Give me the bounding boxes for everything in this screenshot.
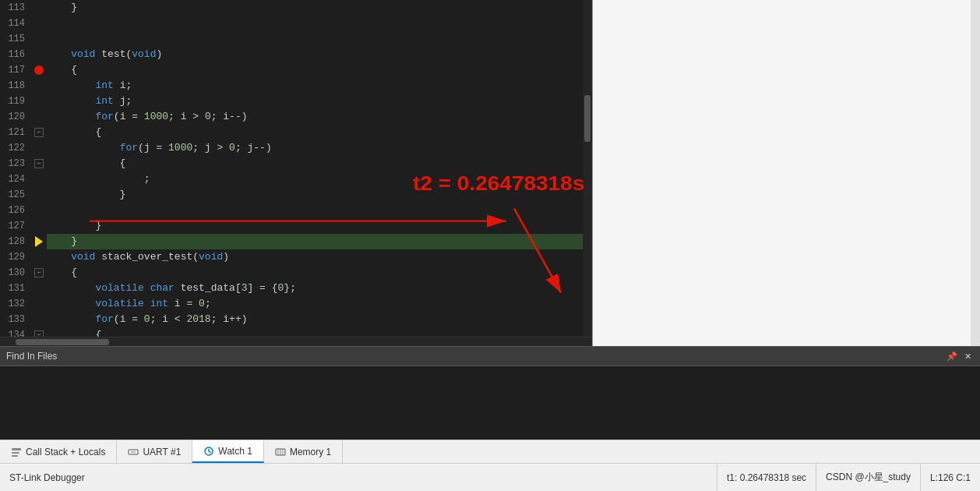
code-line-114: 114 bbox=[0, 16, 592, 31]
gutter-134: − bbox=[31, 330, 47, 337]
code-text-121: { bbox=[47, 125, 592, 140]
code-text-124: ; bbox=[47, 171, 592, 187]
fold-123[interactable]: − bbox=[34, 159, 44, 168]
tab-call-stack-label: Call Stack + Locals bbox=[26, 447, 105, 457]
svg-line-12 bbox=[209, 451, 211, 453]
svg-rect-7 bbox=[12, 455, 18, 457]
code-text-117: { bbox=[47, 62, 592, 78]
code-scrollbar[interactable] bbox=[583, 0, 592, 337]
fold-134[interactable]: − bbox=[34, 330, 44, 337]
line-number-134: 134 bbox=[0, 330, 31, 337]
code-line-121: 121− { bbox=[0, 125, 592, 140]
code-text-127: } bbox=[47, 218, 592, 234]
scrollbar-thumb[interactable] bbox=[584, 95, 590, 142]
code-text-119: int j; bbox=[47, 94, 592, 109]
code-text-122: for(j = 1000; j > 0; j--) bbox=[47, 140, 592, 156]
pin-button[interactable]: 📌 bbox=[946, 350, 958, 362]
code-line-124: 124 ; bbox=[0, 171, 592, 187]
code-line-129: 129 void stack_over_test(void) bbox=[0, 249, 592, 265]
gutter-123: − bbox=[31, 159, 47, 168]
code-line-132: 132 volatile int i = 0; bbox=[0, 296, 592, 312]
memory-icon bbox=[275, 447, 286, 457]
code-text-125: } bbox=[47, 187, 592, 203]
code-line-119: 119 int j; bbox=[0, 94, 592, 109]
line-number-129: 129 bbox=[0, 252, 31, 263]
code-line-133: 133 for(i = 0; i < 2018; i++) bbox=[0, 312, 592, 327]
debug-arrow-128 bbox=[35, 236, 43, 247]
bottom-tabs: Call Stack + Locals UART #1 Watch 1 Memo… bbox=[0, 440, 980, 463]
code-line-131: 131 volatile char test_data[3] = {0}; bbox=[0, 281, 592, 296]
h-scrollbar-thumb[interactable] bbox=[16, 339, 109, 345]
code-text-118: int i; bbox=[47, 78, 592, 94]
status-bar: ST-Link Debugger t1: 0.26478318 sec CSDN… bbox=[0, 463, 980, 491]
gutter-117 bbox=[31, 65, 47, 75]
code-panel: 113 }114115116 void test(void)117 {118 i… bbox=[0, 0, 592, 346]
tab-watch1[interactable]: Watch 1 bbox=[192, 440, 264, 463]
find-panel-header: Find In Files 📌 ✕ bbox=[0, 347, 980, 366]
right-panel-content bbox=[593, 0, 980, 346]
right-v-scrollbar[interactable] bbox=[971, 0, 980, 346]
svg-rect-6 bbox=[12, 452, 19, 454]
line-number-125: 125 bbox=[0, 189, 31, 200]
code-text-116: void test(void) bbox=[47, 47, 592, 62]
status-csdn: CSDN @小星_study bbox=[816, 464, 920, 491]
code-text-132: volatile int i = 0; bbox=[47, 296, 592, 312]
gutter-121: − bbox=[31, 128, 47, 137]
code-text-134: { bbox=[47, 327, 592, 337]
code-text-130: { bbox=[47, 265, 592, 281]
code-line-116: 116 void test(void) bbox=[0, 47, 592, 62]
watch-icon bbox=[203, 446, 214, 457]
line-number-116: 116 bbox=[0, 49, 31, 60]
code-line-122: 122 for(j = 1000; j > 0; j--) bbox=[0, 140, 592, 156]
line-number-127: 127 bbox=[0, 221, 31, 231]
line-number-133: 133 bbox=[0, 314, 31, 325]
uart-icon bbox=[128, 447, 139, 457]
status-right: t1: 0.26478318 sec CSDN @小星_study L:126 … bbox=[717, 464, 980, 491]
fold-121[interactable]: − bbox=[34, 128, 44, 137]
editor-area: 113 }114115116 void test(void)117 {118 i… bbox=[0, 0, 980, 346]
find-panel-controls: 📌 ✕ bbox=[946, 350, 974, 362]
tab-memory1-label: Memory 1 bbox=[290, 447, 331, 457]
line-number-128: 128 bbox=[0, 236, 31, 247]
tab-memory1[interactable]: Memory 1 bbox=[264, 440, 343, 463]
code-line-113: 113 } bbox=[0, 0, 592, 16]
code-text-131: volatile char test_data[3] = {0}; bbox=[47, 281, 592, 296]
tab-call-stack[interactable]: Call Stack + Locals bbox=[0, 440, 117, 463]
code-line-118: 118 int i; bbox=[0, 78, 592, 94]
code-line-127: 127 } bbox=[0, 218, 592, 234]
line-number-115: 115 bbox=[0, 34, 31, 44]
code-line-128: 128 } bbox=[0, 234, 592, 249]
line-number-120: 120 bbox=[0, 111, 31, 122]
code-line-125: 125 } bbox=[0, 187, 592, 203]
line-number-131: 131 bbox=[0, 283, 31, 294]
line-number-118: 118 bbox=[0, 80, 31, 91]
line-number-124: 124 bbox=[0, 174, 31, 185]
fold-130[interactable]: − bbox=[34, 268, 44, 277]
right-panel bbox=[592, 0, 980, 346]
line-number-126: 126 bbox=[0, 205, 31, 216]
code-line-120: 120 for(i = 1000; i > 0; i--) bbox=[0, 109, 592, 125]
code-text-128: } bbox=[47, 234, 592, 249]
line-number-123: 123 bbox=[0, 158, 31, 169]
code-line-126: 126 bbox=[0, 203, 592, 218]
svg-rect-5 bbox=[12, 448, 21, 450]
tab-uart1-label: UART #1 bbox=[143, 447, 181, 457]
code-content: 113 }114115116 void test(void)117 {118 i… bbox=[0, 0, 592, 337]
code-line-130: 130− { bbox=[0, 265, 592, 281]
line-number-114: 114 bbox=[0, 18, 31, 29]
line-number-119: 119 bbox=[0, 96, 31, 107]
code-line-134: 134− { bbox=[0, 327, 592, 337]
horizontal-scrollbar[interactable] bbox=[0, 337, 592, 346]
close-find-button[interactable]: ✕ bbox=[961, 350, 974, 362]
code-text-129: void stack_over_test(void) bbox=[47, 249, 592, 265]
gutter-130: − bbox=[31, 268, 47, 277]
status-time: t1: 0.26478318 sec bbox=[717, 464, 816, 491]
status-debugger: ST-Link Debugger bbox=[0, 464, 94, 491]
find-panel-title: Find In Files bbox=[6, 351, 57, 362]
code-line-117: 117 { bbox=[0, 62, 592, 78]
line-number-121: 121 bbox=[0, 127, 31, 138]
tab-uart1[interactable]: UART #1 bbox=[117, 440, 192, 463]
code-text-120: for(i = 1000; i > 0; i--) bbox=[47, 109, 592, 125]
line-number-113: 113 bbox=[0, 2, 31, 13]
breakpoint-117[interactable] bbox=[34, 65, 44, 75]
